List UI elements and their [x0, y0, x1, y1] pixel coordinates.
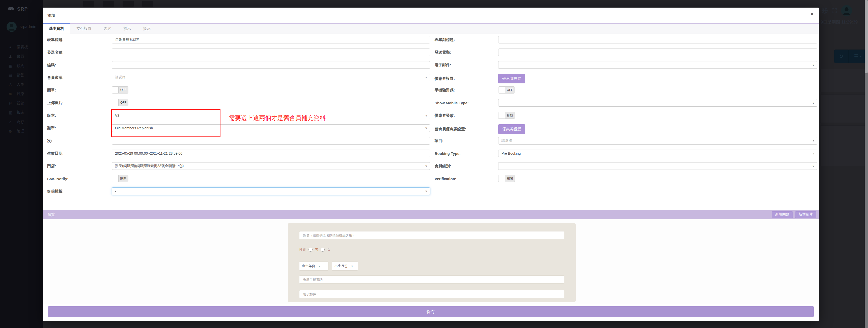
- field-label: 表單標題:: [47, 37, 112, 42]
- field-code: 編碼:: [47, 61, 430, 69]
- field-label: 版本:: [47, 113, 112, 118]
- tab-content[interactable]: 內容: [98, 24, 117, 34]
- open-order-toggle[interactable]: OFF: [112, 86, 128, 93]
- chevron-down-icon: ∨: [425, 126, 427, 130]
- gender-male-radio[interactable]: [309, 248, 313, 252]
- field-label: Show Mobile Type:: [435, 101, 498, 105]
- coupon-issue-toggle[interactable]: 自動: [498, 112, 515, 119]
- toggle-state-label: OFF: [119, 99, 128, 106]
- add-image-button[interactable]: 新增圖片: [795, 211, 816, 218]
- type-select[interactable]: Old Members Replenish∨: [112, 124, 430, 132]
- field-sms-template: 短信模板: -∨: [47, 188, 430, 195]
- gender-label: 性別: [299, 247, 306, 252]
- project-select[interactable]: 請選擇▼: [498, 137, 817, 144]
- field-label: 類型:: [47, 126, 112, 131]
- field-label: 優惠券發放:: [435, 113, 498, 118]
- field-show-mobile-type: Show Mobile Type: ∨: [435, 99, 817, 107]
- select-value: 噐美(銅鑼灣)(銅鑼灣羅素街38號金朝陽中心): [115, 164, 423, 168]
- show-mobile-type-select[interactable]: ∨: [498, 99, 817, 107]
- store-select[interactable]: 噐美(銅鑼灣)(銅鑼灣羅素街38號金朝陽中心)∨: [112, 162, 430, 170]
- page-scrollbar[interactable]: [865, 0, 868, 328]
- select-value: 請選擇: [115, 75, 423, 80]
- verification-toggle[interactable]: 關閉: [498, 175, 515, 182]
- email-select[interactable]: ∨: [498, 61, 817, 69]
- send-email-input[interactable]: [498, 49, 817, 56]
- field-member-source: 會員來源: 請選擇▼: [47, 74, 430, 81]
- field-label: 表單副標題:: [435, 37, 498, 42]
- field-label: Booking Type:: [435, 152, 498, 156]
- field-label: 發送電郵:: [435, 50, 498, 55]
- field-effective-date: 生效日期:: [47, 149, 430, 157]
- birth-year-select[interactable]: 出生年份∨: [299, 262, 329, 271]
- times-input[interactable]: [112, 137, 430, 144]
- tab-payment-settings[interactable]: 支付設置: [70, 24, 98, 34]
- select-value: 請選擇: [501, 138, 810, 143]
- field-label: 編碼:: [47, 63, 112, 67]
- tab-hint-1[interactable]: 提示: [117, 24, 137, 34]
- field-label: 項目:: [435, 138, 498, 143]
- member-source-select[interactable]: 請選擇▼: [112, 74, 430, 81]
- add-form-modal: 添加 × 基本資料 支付設置 內容 提示 提示 表單標題: 發送名稱: 編碼: …: [43, 7, 819, 321]
- email-input[interactable]: [299, 290, 564, 298]
- birth-month-select[interactable]: 出生月份∨: [332, 262, 358, 271]
- field-times: 次:: [47, 137, 430, 144]
- chevron-down-icon: ∨: [812, 101, 814, 105]
- name-input[interactable]: [299, 231, 564, 239]
- coupon-setup-button[interactable]: 優惠券設置: [498, 74, 525, 83]
- preview-body: 性別 男 女 出生年份∨ 出生月份∨: [43, 219, 819, 304]
- gender-field: 性別 男 女: [299, 247, 331, 252]
- phone-input[interactable]: [299, 275, 564, 283]
- sms-template-select[interactable]: -∨: [112, 188, 430, 195]
- toggle-state-label: 自動: [505, 112, 515, 118]
- chevron-down-icon: ∨: [812, 152, 814, 155]
- field-project: 項目: 請選擇▼: [435, 137, 817, 144]
- gender-female-label: 女: [327, 247, 331, 252]
- sms-notify-toggle[interactable]: 關閉: [112, 175, 128, 182]
- field-coupon-setup: 優惠券設置: 優惠券設置: [435, 74, 817, 83]
- field-label: 手機驗證碼:: [435, 88, 498, 93]
- old-member-coupon-setup-button[interactable]: 優惠券設置: [498, 124, 525, 134]
- field-email: 電子郵件: ∨: [435, 61, 817, 69]
- field-send-name: 發送名稱:: [47, 49, 430, 56]
- send-name-input[interactable]: [112, 49, 430, 56]
- save-button[interactable]: 保存: [48, 306, 814, 317]
- member-group-select[interactable]: ∨: [498, 162, 817, 170]
- field-verification: Verification: 關閉: [435, 175, 817, 183]
- form-title-input[interactable]: [112, 36, 430, 44]
- field-label: 次:: [47, 138, 112, 143]
- field-label: 會員來源:: [47, 75, 112, 80]
- modal-title: 添加: [48, 13, 55, 18]
- field-label: 開單:: [47, 88, 112, 93]
- preview-form-panel: 性別 男 女 出生年份∨ 出生月份∨: [288, 223, 576, 302]
- toggle-state-label: OFF: [505, 87, 515, 93]
- chevron-down-icon: ∨: [812, 63, 814, 67]
- tab-basic-info[interactable]: 基本資料: [43, 24, 70, 34]
- field-label: 上傳圖片:: [47, 101, 112, 105]
- mobile-verify-toggle[interactable]: OFF: [498, 86, 515, 93]
- select-value: Pre Booking: [501, 152, 810, 156]
- form-subtitle-input[interactable]: [498, 36, 817, 44]
- chevron-down-icon: ∨: [425, 190, 427, 193]
- booking-type-select[interactable]: Pre Booking∨: [498, 149, 817, 157]
- modal-tabs: 基本資料 支付設置 內容 提示 提示: [43, 24, 819, 34]
- add-question-button[interactable]: 新增問題: [772, 211, 793, 218]
- toggle-knob: [498, 87, 505, 93]
- field-form-subtitle: 表單副標題:: [435, 36, 817, 44]
- effective-date-input[interactable]: [112, 149, 430, 157]
- chevron-down-icon: ∨: [812, 164, 814, 168]
- modal-header: 添加 ×: [43, 7, 819, 24]
- toggle-knob: [498, 112, 505, 118]
- field-label: 發送名稱:: [47, 50, 112, 55]
- preview-header: 預覽 新增問題 新增圖片: [43, 210, 819, 219]
- field-mobile-verify-code: 手機驗證碼: OFF: [435, 86, 817, 94]
- field-label: 會員組別:: [435, 164, 498, 168]
- close-button[interactable]: ×: [809, 10, 815, 17]
- tab-hint-2[interactable]: 提示: [137, 24, 157, 34]
- field-open-order: 開單: OFF: [47, 86, 430, 94]
- field-member-group: 會員組別: ∨: [435, 162, 817, 170]
- toggle-knob: [112, 99, 119, 106]
- upload-image-toggle[interactable]: OFF: [112, 99, 128, 106]
- scrollbar-thumb[interactable]: [865, 0, 868, 73]
- gender-female-radio[interactable]: [320, 248, 324, 252]
- code-input[interactable]: [112, 61, 430, 69]
